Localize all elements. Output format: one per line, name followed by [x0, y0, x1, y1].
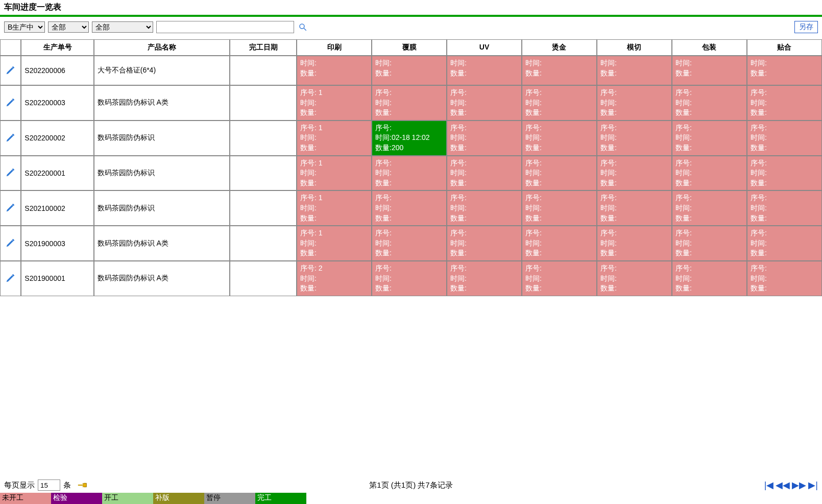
stage-seq: 序号:: [375, 88, 443, 98]
stage-cell[interactable]: 序号:时间:数量:: [747, 121, 822, 156]
stage-qty: 数量:: [751, 248, 818, 258]
stage-cell[interactable]: 序号:时间:数量:: [447, 121, 522, 156]
stage-cell[interactable]: 序号:时间:数量:: [522, 156, 597, 191]
stage-cell[interactable]: 序号: 1时间:数量:: [297, 121, 372, 156]
stage-cell[interactable]: 序号:时间:数量:: [672, 226, 747, 261]
stage-cell[interactable]: 序号:时间:数量:: [597, 226, 672, 261]
stage-cell[interactable]: 序号:时间:数量:: [747, 261, 822, 296]
stage-cell[interactable]: 时间:数量:: [522, 56, 597, 85]
edit-row-button[interactable]: [0, 121, 21, 156]
stage-cell[interactable]: 序号: 1时间:数量:: [297, 226, 372, 261]
stage-cell[interactable]: 序号:时间:数量:: [522, 121, 597, 156]
stage-seq: 序号:: [450, 228, 518, 238]
stage-cell[interactable]: 序号:时间:数量:: [372, 261, 447, 296]
stage-cell[interactable]: 序号:时间:数量:: [747, 156, 822, 191]
edit-row-button[interactable]: [0, 156, 21, 191]
edit-row-button[interactable]: [0, 190, 21, 226]
stage-cell[interactable]: 序号:时间:数量:: [672, 190, 747, 226]
header-stage-uv: UV: [447, 39, 522, 56]
filter-category-select[interactable]: 全部: [48, 21, 89, 33]
stage-cell[interactable]: 序号:时间:数量:: [447, 85, 522, 121]
stage-cell[interactable]: 序号:时间:数量:: [597, 190, 672, 226]
product-cell: 数码茶园防伪标识 A类: [94, 226, 230, 261]
stage-time: 时间:: [751, 274, 818, 284]
search-icon[interactable]: [297, 21, 308, 33]
stage-seq: 序号:: [525, 228, 593, 238]
stage-time: 时间:: [675, 133, 743, 143]
stage-cell[interactable]: 时间:数量:: [597, 56, 672, 85]
stage-cell[interactable]: 序号:时间:数量:: [597, 261, 672, 296]
save-as-button[interactable]: 另存: [794, 21, 818, 33]
stage-time: 时间:: [600, 133, 668, 143]
stage-cell[interactable]: 序号:时间:数量:: [747, 190, 822, 226]
stage-cell[interactable]: 序号:时间:数量:: [522, 261, 597, 296]
stage-cell[interactable]: 时间:数量:: [297, 56, 372, 85]
filter-sub-select[interactable]: 全部: [92, 21, 153, 33]
stage-cell[interactable]: 序号:时间:数量:: [747, 226, 822, 261]
edit-row-button[interactable]: [0, 226, 21, 261]
stage-cell[interactable]: 序号:时间:数量:: [672, 85, 747, 121]
edit-row-button[interactable]: [0, 261, 21, 296]
stage-cell[interactable]: 时间:数量:: [672, 56, 747, 85]
finish-date-cell: [230, 190, 297, 226]
stage-seq: 序号:: [675, 158, 743, 169]
header-finish-date: 完工日期: [230, 39, 297, 56]
stage-seq: 序号: 1: [300, 88, 368, 98]
stage-cell[interactable]: 序号:时间:数量:: [597, 156, 672, 191]
stage-time: 时间:: [751, 58, 818, 68]
stage-cell[interactable]: 序号:时间:数量:: [447, 190, 522, 226]
stage-seq: 序号:: [600, 88, 668, 98]
table-row: S201900003数码茶园防伪标识 A类序号: 1时间:数量:序号:时间:数量…: [0, 226, 822, 261]
stage-cell[interactable]: 序号:时间:数量:: [672, 156, 747, 191]
stage-seq: 序号:: [751, 158, 818, 169]
stage-cell[interactable]: 序号:时间:数量:: [522, 190, 597, 226]
stage-cell[interactable]: 序号:时间:数量:: [597, 85, 672, 121]
table-row: S202200002数码茶园防伪标识序号: 1时间:数量:序号:时间:02-18…: [0, 121, 822, 156]
header-order-no: 生产单号: [21, 39, 93, 56]
pencil-icon: [5, 101, 16, 109]
stage-cell[interactable]: 序号: 1时间:数量:: [297, 156, 372, 191]
stage-qty: 数量:: [300, 213, 368, 224]
stage-cell[interactable]: 时间:数量:: [372, 56, 447, 85]
stage-time: 时间:: [600, 98, 668, 108]
stage-cell[interactable]: 序号: 1时间:数量:: [297, 85, 372, 121]
pencil-icon: [5, 206, 16, 214]
stage-cell[interactable]: 序号:时间:数量:: [522, 85, 597, 121]
stage-time: 时间:: [675, 168, 743, 178]
stage-cell[interactable]: 序号:时间:数量:: [672, 121, 747, 156]
stage-time: 时间:: [525, 98, 593, 108]
stage-qty: 数量:: [675, 248, 743, 258]
stage-seq: 序号:: [375, 123, 443, 133]
stage-cell[interactable]: 序号:时间:数量:: [672, 261, 747, 296]
stage-cell[interactable]: 序号:时间:数量:: [447, 226, 522, 261]
header-stage-diecut: 模切: [597, 39, 672, 56]
stage-cell[interactable]: 序号:时间:数量:: [747, 85, 822, 121]
stage-cell[interactable]: 序号:时间:数量:: [522, 226, 597, 261]
stage-cell[interactable]: 时间:数量:: [747, 56, 822, 85]
stage-cell[interactable]: 序号:时间:数量:: [447, 261, 522, 296]
stage-cell[interactable]: 序号:时间:数量:: [372, 226, 447, 261]
stage-seq: 序号:: [450, 193, 518, 203]
edit-row-button[interactable]: [0, 56, 21, 85]
search-input[interactable]: [156, 21, 294, 33]
stage-cell[interactable]: 序号:时间:数量:: [597, 121, 672, 156]
stage-time: 时间:: [525, 133, 593, 143]
stage-qty: 数量:: [450, 178, 518, 188]
filter-status-select[interactable]: B生产中: [4, 21, 45, 33]
stage-cell[interactable]: 序号:时间:02-18 12:02数量:200: [372, 121, 447, 156]
stage-cell[interactable]: 序号:时间:数量:: [372, 190, 447, 226]
finish-date-cell: [230, 156, 297, 191]
stage-cell[interactable]: 时间:数量:: [447, 56, 522, 85]
stage-time: 时间:: [375, 98, 443, 108]
stage-qty: 数量:: [751, 178, 818, 188]
stage-cell[interactable]: 序号: 1时间:数量:: [297, 190, 372, 226]
stage-cell[interactable]: 序号:时间:数量:: [447, 156, 522, 191]
stage-time: 时间:: [751, 133, 818, 143]
stage-cell[interactable]: 序号:时间:数量:: [372, 156, 447, 191]
stage-cell[interactable]: 序号: 2时间:数量:: [297, 261, 372, 296]
pencil-icon: [5, 69, 16, 77]
stage-cell[interactable]: 序号:时间:数量:: [372, 85, 447, 121]
edit-row-button[interactable]: [0, 85, 21, 121]
product-cell: 数码茶园防伪标识 A类: [94, 85, 230, 121]
progress-table: 生产单号 产品名称 完工日期 印刷 覆膜 UV 烫金 模切 包装 贴合 S202…: [0, 39, 822, 296]
